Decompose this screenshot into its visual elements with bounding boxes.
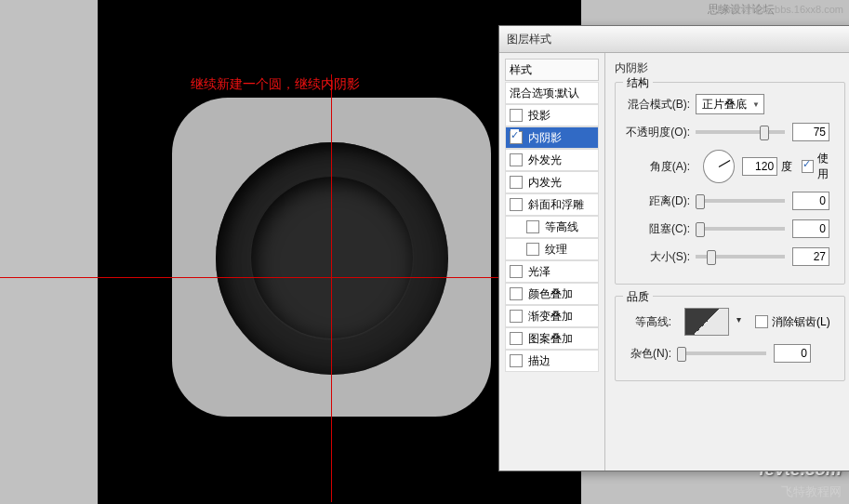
noise-input[interactable]: 0 — [774, 344, 811, 363]
checkbox[interactable] — [510, 198, 523, 211]
size-input[interactable]: 27 — [792, 247, 829, 266]
use-global-light-checkbox[interactable] — [802, 160, 814, 173]
checkbox[interactable] — [510, 287, 523, 300]
checkbox[interactable] — [510, 265, 523, 278]
checkbox[interactable] — [526, 220, 539, 233]
quality-group: 品质 等高线: 消除锯齿(L) 杂色(N): 0 — [615, 296, 845, 381]
layer-style-dialog: 图层样式 样式 混合选项:默认 投影 内阴影 外发光 内发光 斜面和浮雕 等高线… — [498, 25, 849, 471]
checkbox[interactable] — [510, 109, 523, 122]
structure-label: 结构 — [623, 75, 653, 91]
angle-dial[interactable] — [703, 150, 735, 183]
style-outer-glow[interactable]: 外发光 — [505, 149, 599, 171]
opacity-input[interactable]: 75 — [792, 123, 829, 141]
antialias-checkbox[interactable] — [755, 315, 768, 328]
distance-label: 距离(D): — [625, 193, 690, 209]
angle-label: 角度(A): — [625, 159, 690, 175]
contour-picker[interactable] — [684, 308, 729, 336]
guide-vertical-red — [331, 74, 332, 502]
contour-label: 等高线: — [625, 314, 671, 330]
choke-label: 阻塞(C): — [625, 221, 690, 237]
opacity-label: 不透明度(O): — [625, 125, 690, 140]
checkbox[interactable] — [510, 332, 523, 345]
annotation-text: 继续新建一个圆，继续内阴影 — [191, 76, 360, 93]
style-bevel[interactable]: 斜面和浮雕 — [505, 193, 599, 216]
dialog-title: 图层样式 — [507, 32, 551, 47]
style-satin[interactable]: 光泽 — [505, 260, 599, 283]
checkbox[interactable] — [510, 153, 523, 166]
angle-input[interactable]: 120 — [742, 157, 777, 176]
watermark-source: PS教程论坛 bbs.16xx8.com — [717, 3, 843, 17]
angle-unit: 度 — [781, 159, 792, 175]
dialog-titlebar[interactable]: 图层样式 — [499, 26, 849, 53]
style-color-overlay[interactable]: 颜色叠加 — [505, 283, 599, 305]
checkbox[interactable] — [510, 354, 523, 367]
noise-label: 杂色(N): — [625, 346, 671, 362]
panel-title: 内阴影 — [615, 60, 845, 76]
checkbox[interactable] — [510, 176, 523, 189]
blend-mode-label: 混合模式(B): — [625, 97, 690, 113]
structure-group: 结构 混合模式(B): 正片叠底 不透明度(O): 75 角度(A): 120 … — [615, 82, 845, 285]
opacity-slider[interactable] — [696, 130, 785, 134]
style-options-panel: 内阴影 结构 混合模式(B): 正片叠底 不透明度(O): 75 角度(A): … — [605, 53, 849, 471]
choke-input[interactable]: 0 — [792, 219, 829, 238]
checkbox[interactable] — [526, 243, 539, 256]
styles-list: 样式 混合选项:默认 投影 内阴影 外发光 内发光 斜面和浮雕 等高线 纹理 光… — [499, 53, 605, 471]
style-inner-glow[interactable]: 内发光 — [505, 171, 599, 193]
size-label: 大小(S): — [625, 249, 690, 265]
style-inner-shadow[interactable]: 内阴影 — [505, 126, 599, 149]
noise-slider[interactable] — [677, 351, 766, 355]
style-texture[interactable]: 纹理 — [505, 238, 599, 260]
blend-options-item[interactable]: 混合选项:默认 — [505, 82, 599, 104]
checkbox[interactable] — [510, 131, 523, 144]
size-slider[interactable] — [696, 255, 785, 259]
inner-circle-shape — [251, 177, 413, 338]
distance-input[interactable]: 0 — [792, 192, 829, 210]
choke-slider[interactable] — [696, 227, 785, 231]
style-drop-shadow[interactable]: 投影 — [505, 104, 599, 126]
checkbox[interactable] — [510, 310, 523, 323]
style-stroke[interactable]: 描边 — [505, 350, 599, 372]
quality-label: 品质 — [623, 289, 653, 305]
styles-header[interactable]: 样式 — [505, 59, 599, 81]
distance-slider[interactable] — [696, 199, 785, 203]
watermark-cn: 飞特教程网 — [781, 484, 842, 500]
use-global-label: 使用 — [817, 151, 839, 182]
antialias-label: 消除锯齿(L) — [772, 314, 830, 330]
style-contour[interactable]: 等高线 — [505, 216, 599, 238]
blend-mode-select[interactable]: 正片叠底 — [696, 94, 764, 114]
style-pattern-overlay[interactable]: 图案叠加 — [505, 327, 599, 350]
style-gradient-overlay[interactable]: 渐变叠加 — [505, 305, 599, 327]
